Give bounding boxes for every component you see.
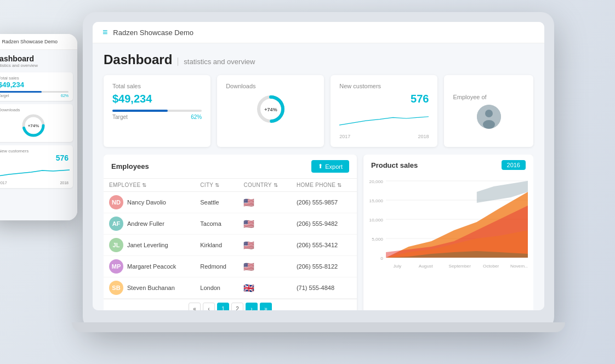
table-row: JL Janet Leverling Kirkland 🇺🇸 (206) 555…: [104, 235, 357, 256]
employee-avatar-sm: SB: [109, 281, 123, 295]
spark-years: 2017 2018: [339, 134, 429, 139]
product-sales-panel: Product sales 2016: [363, 155, 533, 310]
svg-text:September: September: [448, 264, 471, 269]
new-customers-value: 576: [339, 93, 429, 105]
employee-name: Steven Buchanan: [127, 285, 175, 291]
downloads-donut-chart: +74%: [255, 94, 286, 124]
employee-cell: ND Nancy Davolio: [104, 192, 195, 213]
employee-country: 🇬🇧: [238, 277, 291, 299]
phone-total-sales-value: $49,234: [0, 81, 69, 89]
employees-panel-title: Employees: [111, 162, 149, 170]
employee-of-label: Employee of: [453, 94, 486, 100]
employee-phone: (206) 555-9482: [291, 213, 357, 235]
employee-city: Seattle: [195, 192, 238, 213]
col-city: CITY ⇅: [195, 179, 238, 192]
total-sales-progress-bg: [112, 110, 202, 112]
phone-new-customers-card: New customers 576 2017 2018: [0, 145, 73, 188]
export-button[interactable]: ⬆ Export: [311, 160, 349, 173]
downloads-label: Downloads: [226, 83, 315, 89]
phone-app-title: Radzen Showcase Demo: [2, 39, 58, 44]
first-page-button[interactable]: «: [189, 303, 201, 310]
dashboard-main: Dashboard statistics and overview Total …: [93, 43, 544, 310]
new-customers-label: New customers: [339, 83, 429, 89]
employee-phone: (206) 555-8122: [291, 256, 357, 277]
employees-table: EMPLOYEE ⇅ CITY ⇅ COUNTRY ⇅ HOME PHONE ⇅…: [104, 179, 357, 299]
svg-text:August: August: [419, 264, 433, 269]
page-1-button[interactable]: 1: [217, 303, 229, 310]
table-row: ND Nancy Davolio Seattle 🇺🇸 (206) 555-98…: [104, 192, 357, 213]
page-title: Dashboard: [104, 52, 172, 67]
chart-panel-title: Product sales: [371, 161, 418, 169]
phone-sparkline: [0, 162, 70, 179]
employee-avatar: [477, 105, 501, 129]
svg-text:July: July: [393, 264, 402, 269]
hamburger-icon[interactable]: ≡: [102, 27, 107, 37]
employee-name: Nancy Davolio: [127, 199, 166, 206]
export-icon: ⬆: [318, 163, 323, 170]
employee-country: 🇺🇸: [238, 256, 291, 277]
phone-dashboard-title: Dashboard: [0, 54, 73, 63]
downloads-card: Downloads +74%: [217, 75, 324, 147]
col-country: COUNTRY ⇅: [238, 179, 291, 192]
svg-text:5,000: 5,000: [372, 237, 383, 242]
phone-year-start: 2017: [0, 181, 7, 185]
laptop-screen: ≡ Radzen Showcase Demo Dashboard statist…: [93, 22, 544, 310]
chart-panel-header: Product sales 2016: [363, 155, 533, 175]
svg-point-7: [485, 110, 493, 117]
employee-city: London: [195, 277, 238, 299]
employee-city: Tacoma: [195, 213, 238, 235]
new-customers-sparkline: [339, 107, 429, 129]
bottom-row: Employees ⬆ Export EMPLOYEE ⇅: [104, 155, 533, 310]
phone-new-customers-value: 576: [56, 153, 69, 162]
employee-avatar-sm: JL: [109, 238, 123, 252]
total-sales-value: $49,234: [112, 93, 202, 105]
phone-total-sales-label: Total sales: [0, 76, 69, 81]
prev-page-button[interactable]: ‹: [203, 303, 215, 310]
employee-of-card: Employee of: [444, 75, 533, 147]
svg-text:October: October: [483, 264, 499, 269]
chart-year-badge: 2016: [502, 160, 526, 170]
svg-text:15,000: 15,000: [369, 198, 384, 203]
employees-table-body: ND Nancy Davolio Seattle 🇺🇸 (206) 555-98…: [104, 192, 357, 299]
employees-table-wrap: EMPLOYEE ⇅ CITY ⇅ COUNTRY ⇅ HOME PHONE ⇅…: [104, 179, 357, 299]
employee-avatar-sm: AF: [109, 217, 123, 231]
phone-donut-chart: +74%: [20, 112, 47, 139]
employees-panel: Employees ⬆ Export EMPLOYEE ⇅: [104, 155, 357, 310]
employee-name: Janet Leverling: [127, 242, 168, 248]
spark-year-end: 2018: [418, 134, 429, 139]
page-2-button[interactable]: 2: [231, 303, 243, 310]
total-sales-progress-label: Target 62%: [112, 114, 202, 120]
employee-name: Margaret Peacock: [127, 263, 176, 270]
svg-text:+74%: +74%: [264, 107, 277, 112]
employee-phone: (206) 555-9857: [291, 192, 357, 213]
employee-cell: JL Janet Leverling: [104, 235, 195, 256]
total-sales-card: Total sales $49,234 Target 62%: [104, 75, 210, 147]
employee-avatar-sm: MP: [109, 259, 123, 274]
employee-name: Andrew Fuller: [127, 220, 164, 227]
last-page-button[interactable]: »: [260, 303, 272, 310]
stat-cards-row: Total sales $49,234 Target 62% Downloads: [104, 75, 533, 147]
downloads-donut-container: +74%: [226, 93, 315, 126]
employee-city: Redmond: [195, 256, 238, 277]
product-sales-chart: 20,000 15,000 10,000 5,000 0: [369, 175, 528, 274]
table-row: AF Andrew Fuller Tacoma 🇺🇸 (206) 555-948…: [104, 213, 357, 235]
next-page-button[interactable]: ›: [246, 303, 258, 310]
phone-overlay: ≡ Radzen Showcase Demo Dashboard statist…: [0, 34, 77, 220]
phone-top-bar: ≡ Radzen Showcase Demo: [0, 34, 77, 50]
phone-target-pct: 62%: [61, 94, 69, 98]
employee-phone: (71) 555-4848: [291, 277, 357, 299]
employee-cell: SB Steven Buchanan: [104, 277, 195, 299]
employees-panel-header: Employees ⬆ Export: [104, 155, 357, 179]
table-row: MP Margaret Peacock Redmond 🇺🇸 (206) 555…: [104, 256, 357, 277]
phone-content: Dashboard statistics and overview Total …: [0, 50, 77, 220]
chart-area: 20,000 15,000 10,000 5,000 0: [363, 175, 533, 310]
table-row: SB Steven Buchanan London 🇬🇧 (71) 555-48…: [104, 277, 357, 299]
employee-avatar-sm: ND: [109, 195, 123, 209]
phone-target-label: Target: [0, 94, 9, 98]
svg-text:10,000: 10,000: [369, 218, 384, 223]
employees-table-head: EMPLOYEE ⇅ CITY ⇅ COUNTRY ⇅ HOME PHONE ⇅: [104, 179, 357, 192]
employee-country: 🇺🇸: [238, 213, 291, 235]
employee-cell: MP Margaret Peacock: [104, 256, 195, 277]
dashboard-header: Dashboard statistics and overview: [104, 52, 533, 67]
phone-downloads-label: Downloads: [0, 107, 20, 112]
